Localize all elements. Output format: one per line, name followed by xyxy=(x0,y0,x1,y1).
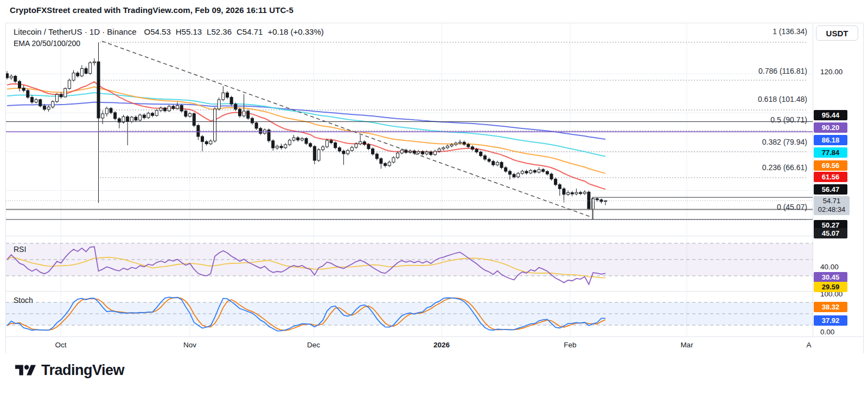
time-axis-label: Mar xyxy=(680,341,693,349)
time-axis-label: A xyxy=(806,341,811,349)
price-badge: 61.56 xyxy=(814,172,847,182)
ohlc-value: C54.71 xyxy=(237,27,263,36)
fib-level-label: 1 (136.34) xyxy=(773,27,807,36)
currency-toggle-button[interactable]: USDT xyxy=(816,25,858,41)
fib-level-label: 0.382 (79.94) xyxy=(762,138,807,146)
ohlc-value: L52.36 xyxy=(207,27,232,36)
scale-label: 0.00 xyxy=(820,328,834,336)
tradingview-logo-icon xyxy=(15,363,36,379)
ohlc-values: O54.53H55.13L52.36C54.71+0.18 (+0.33%) xyxy=(144,27,329,36)
price-badge: 30.45 xyxy=(814,272,847,282)
price-badge: 95.44 xyxy=(814,110,847,120)
ema-indicator-label[interactable]: EMA 20/50/100/200 xyxy=(14,39,80,48)
fib-level-label: 0 (45.07) xyxy=(777,203,807,211)
price-badge: 29.59 xyxy=(814,282,847,292)
scale-label: 40.00 xyxy=(820,263,839,271)
stoch-pane-label[interactable]: Stoch xyxy=(14,296,33,305)
tradingview-logo[interactable]: TradingView xyxy=(15,362,124,379)
bar-countdown: 02:48:34 xyxy=(814,205,850,214)
attribution-text: CryptoFXStreet created with TradingView.… xyxy=(10,5,293,15)
scale-label: 120.00 xyxy=(820,68,843,76)
ohlc-value: +0.18 (+0.33%) xyxy=(267,27,323,36)
time-axis-label: Oct xyxy=(55,341,66,349)
ohlc-value: O54.53 xyxy=(144,27,171,36)
price-badge: 86.18 xyxy=(814,135,847,145)
price-badge: 37.92 xyxy=(814,315,847,326)
fib-level-label: 0.618 (101.48) xyxy=(758,95,807,104)
price-badge: 69.56 xyxy=(814,160,847,171)
price-chart-plot[interactable] xyxy=(6,23,813,337)
current-price-badge: 54.7102:48:34 xyxy=(814,196,850,215)
rsi-pane-label[interactable]: RSI xyxy=(14,245,26,254)
time-axis-label: Dec xyxy=(307,341,320,349)
price-badge: 90.20 xyxy=(814,122,847,133)
fib-level-label: 0.786 (116.81) xyxy=(758,67,807,75)
current-price-value: 54.71 xyxy=(814,197,850,205)
tradingview-logo-text: TradingView xyxy=(41,362,124,379)
time-axis-label: Feb xyxy=(564,341,576,349)
symbol-title[interactable]: Litecoin / TetherUS · 1D · Binance xyxy=(14,27,137,36)
price-badge: 56.47 xyxy=(814,184,847,195)
time-axis-label: 2026 xyxy=(433,341,450,349)
fib-level-label: 0.5 (90.71) xyxy=(770,115,807,124)
fib-level-label: 0.236 (66.61) xyxy=(762,163,807,172)
chart-container: Litecoin / TetherUS · 1D · BinanceO54.53… xyxy=(5,23,864,353)
ohlc-value: H55.13 xyxy=(176,27,202,36)
price-badge: 38.32 xyxy=(814,302,847,312)
price-badge: 77.84 xyxy=(814,147,847,158)
ema-20-line xyxy=(7,82,605,189)
time-axis[interactable]: OctNovDec2026FebMarA xyxy=(6,337,863,353)
symbol-title-row[interactable]: Litecoin / TetherUS · 1D · BinanceO54.53… xyxy=(14,27,329,36)
price-badge: 45.07 xyxy=(814,228,847,238)
tradingview-chart-page: CryptoFXStreet created with TradingView.… xyxy=(0,0,868,401)
time-axis-label: Nov xyxy=(183,341,196,349)
